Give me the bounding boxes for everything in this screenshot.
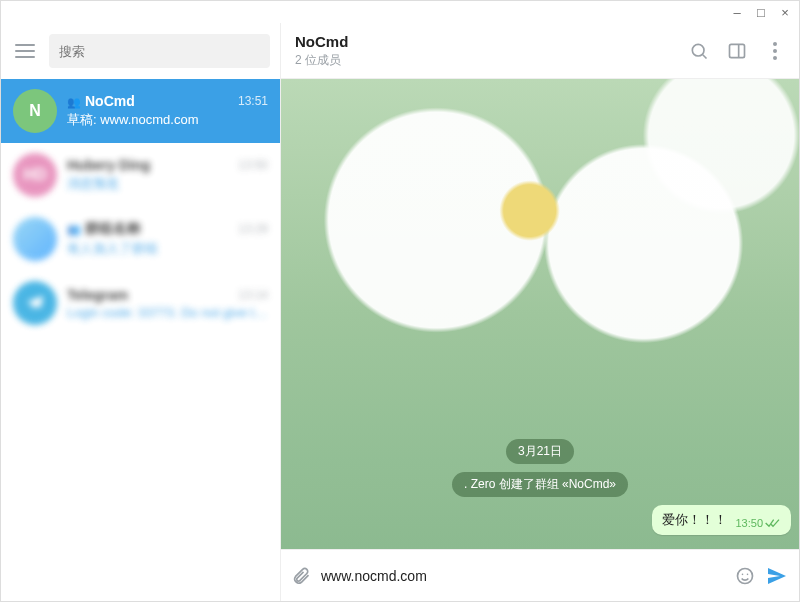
search-field[interactable] (59, 44, 260, 59)
menu-button[interactable] (11, 37, 39, 65)
search-input[interactable] (49, 34, 270, 68)
svg-line-1 (703, 54, 707, 58)
close-button[interactable]: × (779, 6, 791, 18)
search-icon[interactable] (689, 41, 709, 61)
chat-pane: NoCmd 2 位成员 3月2 (281, 23, 799, 601)
maximize-button[interactable]: □ (755, 6, 767, 18)
message-input[interactable] (321, 568, 725, 584)
avatar: HD (13, 153, 57, 197)
chat-name: Hubery Ding (67, 157, 150, 173)
chat-preview: 有人加入了群组 (67, 240, 268, 258)
svg-point-6 (747, 573, 749, 575)
chat-time: 13:14 (238, 288, 268, 302)
message-area[interactable]: 3月21日 . Zero 创建了群组 «NoCmd» 爱你！！！ 13:50 (281, 79, 799, 549)
chat-list-item[interactable]: Telegram13:14Login code: 33773. Do not g… (1, 271, 280, 335)
chat-preview: 草稿: www.nocmd.com (67, 111, 268, 129)
system-message: . Zero 创建了群组 «NoCmd» (452, 472, 628, 497)
chat-name: 👥NoCmd (67, 93, 135, 109)
svg-point-4 (738, 568, 753, 583)
avatar (13, 217, 57, 261)
svg-point-5 (742, 573, 744, 575)
attach-icon[interactable] (291, 566, 311, 586)
chat-subtitle: 2 位成员 (295, 52, 689, 69)
send-button[interactable] (765, 564, 789, 588)
side-panel-icon[interactable] (727, 41, 747, 61)
chat-preview: Login code: 33773. Do not give thi… (67, 305, 268, 320)
chat-list-item[interactable]: 👥群组名称13:29有人加入了群组 (1, 207, 280, 271)
chat-name: Telegram (67, 287, 128, 303)
date-separator: 3月21日 (506, 439, 574, 464)
chat-preview: 消息预览 (67, 175, 268, 193)
chat-time: 13:51 (238, 94, 268, 108)
group-icon: 👥 (67, 96, 81, 108)
message-time: 13:50 (735, 517, 763, 529)
more-menu-icon[interactable] (765, 41, 785, 61)
minimize-button[interactable]: – (731, 6, 743, 18)
svg-point-0 (692, 44, 704, 56)
chat-title[interactable]: NoCmd (295, 33, 689, 50)
svg-rect-2 (730, 44, 745, 57)
sidebar: N👥NoCmd13:51草稿: www.nocmd.comHDHubery Di… (1, 23, 281, 601)
avatar: N (13, 89, 57, 133)
chat-time: 13:50 (238, 158, 268, 172)
chat-header: NoCmd 2 位成员 (281, 23, 799, 79)
window-titlebar: – □ × (1, 1, 799, 23)
avatar (13, 281, 57, 325)
chat-name: 👥群组名称 (67, 220, 141, 238)
chat-list: N👥NoCmd13:51草稿: www.nocmd.comHDHubery Di… (1, 79, 280, 601)
chat-list-item[interactable]: N👥NoCmd13:51草稿: www.nocmd.com (1, 79, 280, 143)
composer (281, 549, 799, 601)
chat-time: 13:29 (238, 222, 268, 236)
read-checks-icon (765, 517, 781, 529)
emoji-icon[interactable] (735, 566, 755, 586)
chat-list-item[interactable]: HDHubery Ding13:50消息预览 (1, 143, 280, 207)
message-text: 爱你！！！ (662, 511, 727, 529)
outgoing-message[interactable]: 爱你！！！ 13:50 (652, 505, 791, 535)
group-icon: 👥 (67, 223, 81, 235)
